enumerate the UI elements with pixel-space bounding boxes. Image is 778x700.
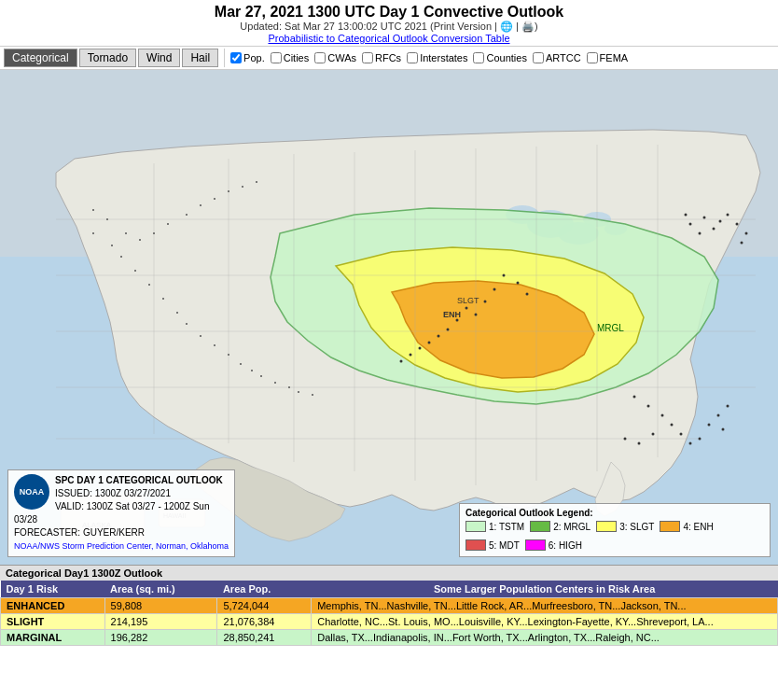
table-row-slight: SLIGHT 214,195 21,076,384 Charlotte, NC.…: [1, 614, 778, 630]
svg-text:SLGT: SLGT: [457, 296, 479, 305]
tab-categorical[interactable]: Categorical: [4, 49, 77, 67]
table-row-enhanced: ENHANCED 59,808 5,724,044 Memphis, TN...…: [1, 598, 778, 614]
svg-point-53: [447, 329, 450, 331]
page-header: Mar 27, 2021 1300 UTC Day 1 Convective O…: [0, 0, 778, 46]
svg-point-84: [92, 232, 94, 234]
checkbox-counties[interactable]: Counties: [473, 52, 526, 63]
svg-point-26: [719, 220, 722, 223]
svg-point-37: [624, 438, 627, 441]
svg-point-49: [484, 301, 487, 303]
svg-point-32: [647, 405, 650, 408]
noaa-agency: NOAA/NWS Storm Prediction Center, Norman…: [14, 541, 229, 551]
svg-point-51: [475, 314, 478, 316]
svg-point-91: [200, 204, 201, 206]
svg-point-89: [167, 223, 169, 225]
svg-point-70: [176, 312, 178, 314]
page-title: Mar 27, 2021 1300 UTC Day 1 Convective O…: [0, 4, 778, 21]
svg-point-83: [106, 218, 108, 220]
svg-point-93: [228, 190, 229, 192]
svg-point-85: [111, 245, 113, 246]
svg-point-68: [148, 284, 150, 286]
noaa-logo: NOAA: [14, 474, 49, 510]
tab-hail[interactable]: Hail: [182, 49, 218, 67]
svg-point-78: [274, 382, 276, 384]
legend-label-slgt: 3: SLGT: [619, 522, 654, 532]
svg-point-88: [153, 232, 155, 234]
svg-point-74: [228, 354, 229, 356]
legend-item-enh: 4: ENH: [660, 521, 713, 532]
checkbox-pop[interactable]: Pop.: [230, 52, 265, 63]
svg-point-69: [162, 298, 164, 300]
noaa-info-box: NOAA SPC DAY 1 CATEGORICAL OUTLOOK ISSUE…: [7, 469, 235, 557]
checkbox-rfcs[interactable]: RFCs: [362, 52, 401, 63]
area-slight: 214,195: [104, 614, 217, 630]
legend-swatch-slgt: [596, 521, 617, 532]
pop-enhanced: 5,724,044: [217, 598, 312, 614]
col-day1-risk: Day 1 Risk: [1, 581, 105, 598]
legend-item-mrgl: 2: MRGL: [530, 521, 590, 532]
svg-point-29: [745, 232, 748, 235]
svg-point-50: [465, 307, 468, 310]
centers-enhanced: Memphis, TN...Nashville, TN...Little Roc…: [312, 598, 778, 614]
legend-swatch-enh: [660, 521, 680, 532]
prob-link[interactable]: Probabilistic to Categorical Outlook Con…: [0, 33, 778, 44]
checkbox-fema[interactable]: FEMA: [587, 52, 629, 63]
svg-point-77: [260, 375, 262, 377]
svg-point-55: [428, 342, 431, 344]
legend-label-enh: 4: ENH: [683, 522, 713, 532]
svg-point-33: [661, 414, 664, 417]
noaa-line2: ISSUED: 1300Z 03/27/2021: [55, 488, 171, 498]
svg-point-48: [526, 293, 529, 296]
col-area: Area (sq. mi.): [104, 581, 217, 598]
noaa-line1: SPC DAY 1 CATEGORICAL OUTLOOK: [55, 475, 223, 485]
svg-point-58: [400, 360, 403, 363]
checkbox-cities[interactable]: Cities: [271, 52, 310, 63]
checkbox-interstates[interactable]: Interstates: [407, 52, 467, 63]
risk-label-marginal: MARGINAL: [1, 630, 105, 646]
svg-point-39: [689, 442, 692, 445]
svg-point-54: [438, 335, 440, 338]
risk-label-enhanced: ENHANCED: [1, 598, 105, 614]
pop-slight: 21,076,384: [217, 614, 312, 630]
checkbox-artcc[interactable]: ARTCC: [533, 52, 581, 63]
legend-item-mdt: 5: MDT: [465, 539, 520, 551]
svg-point-75: [240, 363, 242, 365]
noaa-line4: FORECASTER: GUYER/KERR: [14, 527, 145, 538]
legend-label-mdt: 5: MDT: [489, 540, 520, 551]
svg-point-90: [186, 214, 188, 216]
svg-point-87: [139, 239, 141, 241]
svg-point-92: [214, 198, 215, 200]
risk-label-slight: SLIGHT: [1, 614, 105, 630]
svg-point-94: [242, 186, 243, 188]
svg-point-81: [312, 394, 313, 396]
svg-point-34: [671, 424, 674, 427]
svg-point-86: [125, 232, 127, 234]
col-pop-centers: Some Larger Population Centers in Risk A…: [312, 581, 778, 598]
legend-item-high: 6: HIGH: [525, 539, 582, 551]
svg-point-56: [419, 347, 422, 350]
svg-point-24: [699, 232, 702, 235]
svg-point-95: [256, 181, 257, 183]
svg-point-46: [517, 282, 520, 285]
area-enhanced: 59,808: [104, 598, 217, 614]
area-marginal: 196,282: [104, 630, 217, 646]
centers-marginal: Dallas, TX...Indianapolis, IN...Fort Wor…: [312, 630, 778, 646]
tab-tornado[interactable]: Tornado: [79, 49, 136, 67]
svg-point-42: [717, 414, 720, 417]
svg-point-40: [699, 438, 702, 441]
centers-slight: Charlotte, NC...St. Louis, MO...Louisvil…: [312, 614, 778, 630]
svg-point-79: [288, 386, 290, 388]
svg-text:MRGL: MRGL: [597, 323, 624, 333]
svg-point-31: [633, 396, 636, 399]
svg-point-28: [736, 223, 739, 226]
svg-point-44: [727, 405, 729, 408]
legend-box: Categorical Outlook Legend: 1: TSTM 2: M…: [459, 503, 771, 557]
col-area-pop: Area Pop.: [217, 581, 312, 598]
svg-point-71: [186, 323, 188, 325]
svg-point-22: [703, 217, 706, 219]
svg-point-27: [727, 214, 729, 217]
tab-wind[interactable]: Wind: [138, 49, 180, 67]
separator: [224, 49, 225, 67]
legend-label-high: 6: HIGH: [549, 540, 582, 551]
checkbox-cwas[interactable]: CWAs: [314, 52, 356, 63]
